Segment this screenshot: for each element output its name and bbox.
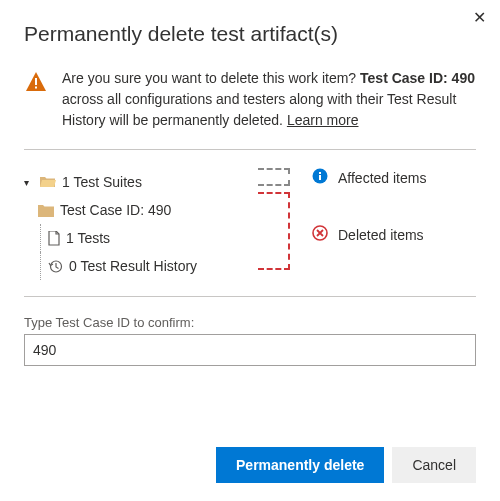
delete-artifacts-dialog: ✕ Permanently delete test artifact(s) Ar… <box>0 0 500 366</box>
chevron-down-icon: ▾ <box>24 177 34 188</box>
bracket-indicators <box>256 168 292 270</box>
folder-icon <box>38 204 54 217</box>
tree-row-tests[interactable]: 1 Tests <box>24 224 244 252</box>
close-icon[interactable]: ✕ <box>473 10 486 26</box>
learn-more-link[interactable]: Learn more <box>287 112 359 128</box>
warning-section: Are you sure you want to delete this wor… <box>24 68 476 131</box>
info-icon <box>312 168 328 187</box>
warning-suffix: across all configurations and testers al… <box>62 91 456 128</box>
affected-bracket <box>258 168 290 186</box>
legend-label: Deleted items <box>338 227 424 243</box>
confirm-section: Type Test Case ID to confirm: <box>24 315 476 366</box>
svg-rect-5 <box>319 172 321 174</box>
tree-label: 1 Test Suites <box>62 174 142 190</box>
tree-row-suites[interactable]: ▾ 1 Test Suites <box>24 168 244 196</box>
tree-legend-section: ▾ 1 Test Suites Test Case ID: 490 1 Test… <box>24 168 476 280</box>
permanently-delete-button[interactable]: Permanently delete <box>216 447 384 483</box>
tree-label: Test Case ID: 490 <box>60 202 171 218</box>
legend: Affected items Deleted items <box>304 168 426 244</box>
tree-row-testcase[interactable]: Test Case ID: 490 <box>24 196 244 224</box>
tree-label: 0 Test Result History <box>69 258 197 274</box>
warning-text: Are you sure you want to delete this wor… <box>62 68 476 131</box>
history-icon <box>48 259 63 274</box>
legend-deleted: Deleted items <box>312 225 426 244</box>
artifact-tree: ▾ 1 Test Suites Test Case ID: 490 1 Test… <box>24 168 244 280</box>
legend-affected: Affected items <box>312 168 426 187</box>
warning-triangle-icon <box>24 70 48 131</box>
cancel-button[interactable]: Cancel <box>392 447 476 483</box>
confirm-label: Type Test Case ID to confirm: <box>24 315 476 330</box>
tree-row-history[interactable]: 0 Test Result History <box>24 252 244 280</box>
confirm-input[interactable] <box>24 334 476 366</box>
legend-label: Affected items <box>338 170 426 186</box>
divider <box>24 149 476 150</box>
document-icon <box>48 231 60 246</box>
tree-label: 1 Tests <box>66 230 110 246</box>
dialog-title: Permanently delete test artifact(s) <box>24 22 476 46</box>
warning-prefix: Are you sure you want to delete this wor… <box>62 70 360 86</box>
divider <box>24 296 476 297</box>
warning-bold: Test Case ID: 490 <box>360 70 475 86</box>
error-icon <box>312 225 328 244</box>
svg-rect-4 <box>319 175 321 180</box>
folder-open-icon <box>40 175 56 189</box>
deleted-bracket <box>258 192 290 270</box>
svg-rect-0 <box>35 78 37 85</box>
dialog-footer: Permanently delete Cancel <box>216 447 476 483</box>
svg-rect-1 <box>35 87 37 89</box>
